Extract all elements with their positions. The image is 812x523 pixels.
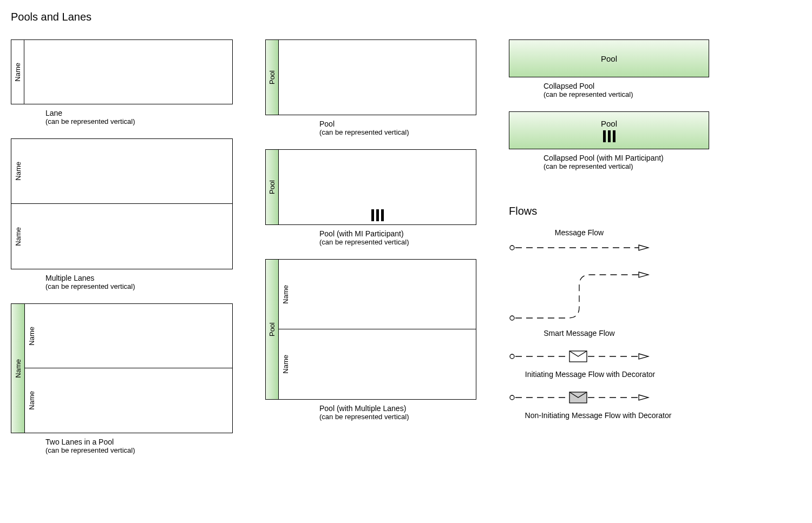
lane-header: Name	[11, 204, 24, 269]
svg-point-5	[510, 354, 514, 359]
pool-multi-caption: Pool (with Multiple Lanes) (can be repre…	[265, 404, 482, 421]
lane-row: Name	[25, 368, 232, 433]
pool-multi-caption-sub: (can be represented vertical)	[319, 413, 482, 421]
lane-caption-sub: (can be represented vertical)	[45, 117, 238, 125]
lane-header-label: Name	[281, 285, 290, 304]
lane-header: Name	[25, 304, 38, 368]
lane-row: Name	[11, 139, 232, 204]
lane-header: Name	[279, 329, 292, 399]
pool-caption-sub: (can be represented vertical)	[319, 128, 482, 136]
multi-lanes-caption: Multiple Lanes (can be represented verti…	[11, 274, 238, 290]
pool-header: Pool	[266, 150, 279, 224]
lane-row: Name	[279, 329, 476, 399]
lane-caption: Lane (can be represented vertical)	[11, 109, 238, 125]
two-lanes-caption-title: Two Lanes in a Pool	[45, 438, 238, 446]
collapsed-pool-mi-shape: Pool	[509, 111, 709, 149]
collapsed-pool-label: Pool	[601, 119, 617, 128]
lane-header-label: Name	[14, 162, 22, 181]
multi-lanes-shape: Name Name	[11, 138, 233, 269]
pool-multi-lanes-wrap: Pool Name Name Pool (with M	[265, 259, 482, 421]
lane-header: Name	[25, 368, 38, 433]
pool-header-label: Pool	[268, 70, 276, 84]
lane-header: Name	[279, 260, 292, 329]
lane-header-label: Name	[28, 391, 36, 410]
column-1: Name Lane (can be represented vertical) …	[11, 39, 238, 467]
two-lanes-pool-wrap: Name Name Name Two Lanes in	[11, 303, 238, 454]
svg-point-0	[510, 246, 514, 250]
initiating-flow-label: Initiating Message Flow with Decorator	[509, 370, 671, 379]
pool-header-label: Pool	[268, 180, 276, 194]
collapsed-pool-mi-wrap: Pool Collapsed Pool (with MI Participant…	[509, 111, 725, 170]
pool-header: Pool	[266, 40, 279, 115]
lane-row: Name	[25, 304, 232, 368]
pool-body	[279, 150, 476, 224]
pool-caption: Pool (can be represented vertical)	[265, 120, 482, 136]
message-flow-shape	[509, 242, 725, 255]
pool-lanes-container: Name Name	[24, 304, 232, 433]
collapsed-caption-sub: (can be represented vertical)	[543, 90, 725, 98]
multi-lanes-caption-sub: (can be represented vertical)	[45, 282, 238, 290]
collapsed-pool-label: Pool	[601, 54, 617, 63]
column-2: Pool Pool (can be represented vertical) …	[265, 39, 482, 434]
smart-message-flow-wrap: Smart Message Flow	[509, 259, 725, 337]
pool-header-label: Pool	[268, 322, 276, 336]
non-initiating-flow-icon	[509, 389, 650, 406]
pool-header: Name	[11, 304, 24, 433]
smart-flow-label: Smart Message Flow	[509, 329, 650, 337]
initiating-flow-shape	[509, 348, 725, 367]
pool-multi-lanes-shape: Pool Name Name	[265, 259, 476, 400]
diagram-columns: Name Lane (can be represented vertical) …	[11, 39, 801, 467]
svg-marker-9	[639, 354, 649, 359]
pool-lanes-container: Name Name	[279, 260, 476, 399]
collapsed-caption-title: Collapsed Pool	[543, 82, 725, 90]
page-title: Pools and Lanes	[11, 11, 801, 23]
pool-mi-shape-wrap: Pool Pool (with MI Participant) (can be …	[265, 149, 482, 246]
lane-caption-title: Lane	[45, 109, 238, 117]
two-lanes-caption-sub: (can be represented vertical)	[45, 446, 238, 454]
lane-header-label: Name	[14, 63, 22, 82]
message-flow-icon	[509, 242, 650, 253]
collapsed-pool-shape: Pool	[509, 39, 709, 77]
svg-marker-14	[639, 395, 649, 400]
multi-lanes-shape-wrap: Name Name Multiple Lanes (can be represe…	[11, 138, 238, 290]
svg-marker-4	[639, 272, 649, 277]
lane-header-label: Name	[281, 355, 290, 374]
collapsed-caption: Collapsed Pool (can be represented verti…	[509, 82, 725, 98]
non-initiating-flow-label: Non-Initiating Message Flow with Decorat…	[509, 411, 687, 420]
pool-mi-caption: Pool (with MI Participant) (can be repre…	[265, 229, 482, 246]
message-flow-wrap: Message Flow	[509, 226, 725, 259]
lane-shape: Name	[11, 39, 233, 104]
non-initiating-flow-shape	[509, 389, 725, 408]
two-lanes-pool-shape: Name Name Name	[11, 303, 233, 433]
svg-marker-2	[639, 245, 649, 250]
flows-section-title: Flows	[509, 205, 725, 217]
smart-message-flow-shape	[509, 269, 725, 326]
collapsed-pool-wrap: Pool Collapsed Pool (can be represented …	[509, 39, 725, 98]
mi-participant-marker-icon	[603, 130, 615, 142]
pool-mi-caption-title: Pool (with MI Participant)	[319, 229, 482, 238]
svg-point-10	[510, 395, 514, 400]
pool-header: Pool	[266, 260, 279, 399]
pool-caption-title: Pool	[319, 120, 482, 128]
svg-point-3	[510, 316, 514, 320]
mi-participant-marker-icon	[371, 209, 384, 221]
pool-multi-caption-title: Pool (with Multiple Lanes)	[319, 404, 482, 413]
lane-header: Name	[11, 139, 24, 203]
collapsed-mi-caption-title: Collapsed Pool (with MI Participant)	[543, 154, 725, 162]
lane-row: Name	[11, 204, 232, 269]
collapsed-mi-caption: Collapsed Pool (with MI Participant) (ca…	[509, 154, 725, 170]
column-3: Pool Collapsed Pool (can be represented …	[509, 39, 725, 420]
pool-shape-wrap: Pool Pool (can be represented vertical)	[265, 39, 482, 136]
message-flow-label: Message Flow	[509, 228, 650, 237]
pool-header-label: Name	[14, 359, 22, 378]
smart-message-flow-icon	[509, 269, 650, 323]
initiating-flow-wrap: Initiating Message Flow with Decorator	[509, 337, 725, 379]
lane-header: Name	[11, 40, 24, 104]
multi-lanes-caption-title: Multiple Lanes	[45, 274, 238, 282]
lane-shape-wrap: Name Lane (can be represented vertical)	[11, 39, 238, 125]
non-initiating-flow-wrap: Non-Initiating Message Flow with Decorat…	[509, 379, 725, 420]
initiating-flow-icon	[509, 348, 650, 365]
lane-row: Name	[279, 260, 476, 329]
pool-mi-caption-sub: (can be represented vertical)	[319, 238, 482, 246]
lane-header-label: Name	[14, 227, 22, 246]
